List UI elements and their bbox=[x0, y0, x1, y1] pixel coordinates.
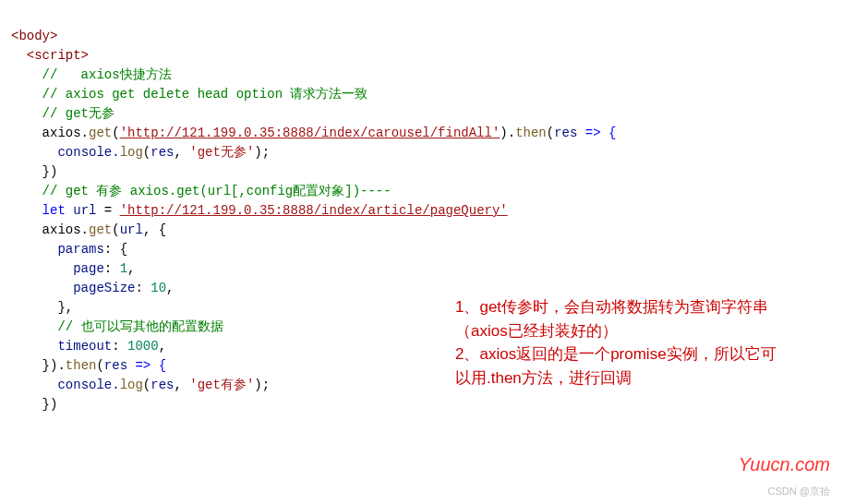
tag-body-open: <body> bbox=[11, 29, 57, 43]
code-line: page: 1, bbox=[73, 261, 135, 276]
code-line: }).then(res => { bbox=[42, 358, 166, 373]
code-line: console.log(res, 'get无参'); bbox=[57, 145, 270, 160]
code-line: }, bbox=[57, 300, 73, 315]
code-line: params: { bbox=[57, 242, 127, 257]
annotation-note: 1、get传参时，会自动将数据转为查询字符串（axios已经封装好的） 2、ax… bbox=[455, 295, 788, 390]
code-line: timeout: 1000, bbox=[57, 339, 166, 354]
watermark: Yuucn.com bbox=[739, 450, 830, 478]
code-line: console.log(res, 'get有参'); bbox=[57, 378, 270, 392]
annotation-line-1: 1、get传参时，会自动将数据转为查询字符串（axios已经封装好的） bbox=[455, 295, 788, 342]
comment-line: // axios快捷方法 bbox=[42, 67, 172, 82]
code-line: let url = 'http://121.199.0.35:8888/inde… bbox=[42, 203, 508, 218]
comment-line: // get无参 bbox=[42, 106, 114, 121]
csdn-attribution: CSDN @京拾 bbox=[768, 484, 830, 499]
comment-line: // axios get delete head option 请求方法一致 bbox=[42, 87, 368, 102]
code-line: axios.get('http://121.199.0.35:8888/inde… bbox=[42, 126, 617, 140]
tag-script-open: <script> bbox=[27, 48, 89, 63]
comment-line: // get 有参 axios.get(url[,config配置对象])---… bbox=[42, 184, 391, 198]
code-line: }) bbox=[42, 164, 58, 179]
annotation-line-2: 2、axios返回的是一个promise实例，所以它可以用.then方法，进行回… bbox=[455, 342, 788, 390]
code-line: pageSize: 10, bbox=[73, 281, 174, 295]
code-line: axios.get(url, { bbox=[42, 222, 166, 237]
comment-line: // 也可以写其他的配置数据 bbox=[57, 319, 223, 334]
code-line: }) bbox=[42, 397, 58, 412]
